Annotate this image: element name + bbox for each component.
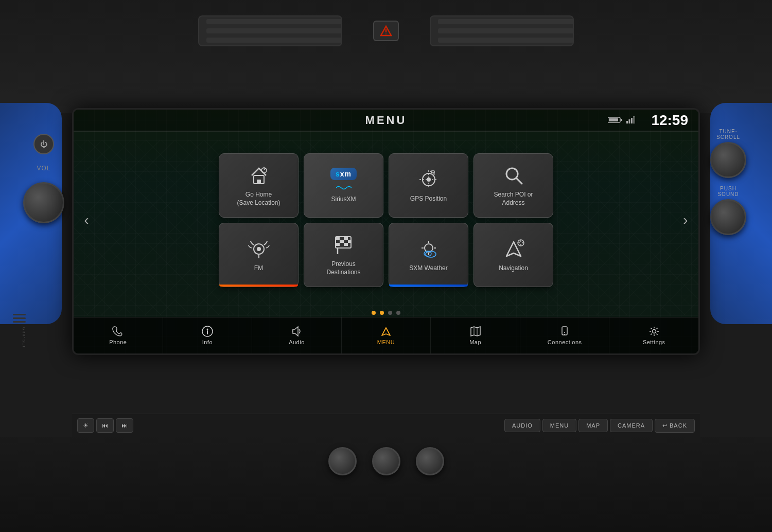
svg-rect-33 <box>336 243 340 246</box>
svg-rect-5 <box>621 119 622 121</box>
gear-knob-2[interactable] <box>372 447 400 475</box>
tile-fm-label: FM <box>252 264 266 273</box>
nav-map[interactable]: Map <box>431 317 520 353</box>
screen-bezel: MENU 12:59 ‹ <box>72 108 700 355</box>
tile-gps-label: GPS Position <box>408 195 449 203</box>
tile-prev-dest-label: PreviousDestinations <box>324 260 363 276</box>
svg-rect-34 <box>344 243 348 246</box>
nav-phone[interactable]: Phone <box>74 317 163 353</box>
tile-search-poi[interactable]: Search POI orAddress <box>473 153 553 218</box>
gps-icon <box>417 168 440 191</box>
page-dot-3[interactable] <box>388 311 392 315</box>
sxm-logo: sxm <box>330 168 357 180</box>
signal-icon <box>626 116 637 125</box>
tile-navigation-label: Navigation <box>496 264 531 273</box>
screen-title: MENU <box>84 114 688 127</box>
map-nav-icon <box>470 326 481 337</box>
bottom-nav-bar: Phone Info ♪ Audio <box>74 317 698 353</box>
svg-line-24 <box>516 178 522 184</box>
tune-scroll-area: TUNE· SCROLL <box>710 129 746 178</box>
status-icons <box>608 116 637 125</box>
svg-rect-29 <box>336 237 340 240</box>
main-grid-area: ‹ <box>74 132 698 309</box>
physical-button-bar: ☀ ⏮ ⏭ AUDIO MENU MAP CAMERA ↩ BACK <box>72 414 700 437</box>
nav-connections[interactable]: Connections <box>520 317 610 353</box>
nav-audio-label: Audio <box>289 339 305 345</box>
tile-siriusxm[interactable]: sxm SiriusXM <box>304 153 383 218</box>
grip-line <box>13 314 26 315</box>
vent-group <box>198 15 574 46</box>
svg-rect-55 <box>562 327 567 335</box>
gear-knob-3[interactable] <box>416 447 444 475</box>
prev-arrow[interactable]: ‹ <box>74 212 99 228</box>
nav-menu[interactable]: MENU <box>342 317 431 353</box>
svg-point-57 <box>564 332 565 333</box>
back-button[interactable]: ↩ BACK <box>655 419 695 433</box>
tiles-container: Go Home(Save Location) sxm SiriusXM <box>99 151 673 290</box>
grip-text: GRIP·SET <box>13 327 26 348</box>
search-icon <box>502 164 525 187</box>
tune-scroll-knob[interactable] <box>710 142 746 178</box>
vent-slat <box>206 38 342 43</box>
radio-icon <box>248 238 270 260</box>
vent-slat <box>206 19 342 24</box>
next-track-button[interactable]: ⏭ <box>116 418 133 433</box>
next-arrow[interactable]: › <box>673 212 698 228</box>
svg-rect-6 <box>626 121 628 123</box>
brightness-button[interactable]: ☀ <box>77 418 94 433</box>
gear-knob-1[interactable] <box>328 447 357 475</box>
tile-navigation[interactable]: Navigation <box>473 223 553 287</box>
nav-info-label: Info <box>202 339 213 345</box>
svg-rect-32 <box>348 240 351 243</box>
page-dot-1[interactable] <box>372 311 376 315</box>
sxm-waves-icon <box>336 184 352 191</box>
weather-icon <box>417 238 440 260</box>
home-icon <box>248 164 270 187</box>
menu-button[interactable]: MENU <box>542 419 576 432</box>
status-bar: MENU 12:59 <box>74 110 698 132</box>
map-button[interactable]: MAP <box>578 419 608 432</box>
info-nav-icon <box>202 326 213 337</box>
push-sound-area: PUSH SOUND <box>710 186 746 235</box>
back-label: BACK <box>670 422 687 429</box>
page-dot-4[interactable] <box>396 311 400 315</box>
svg-rect-20 <box>431 171 434 173</box>
page-dot-2[interactable] <box>380 311 384 315</box>
tile-sxm-weather[interactable]: SXM Weather <box>389 223 468 287</box>
battery-icon <box>608 116 622 125</box>
svg-rect-31 <box>340 240 344 243</box>
svg-rect-7 <box>629 119 630 123</box>
page-dots <box>74 309 698 317</box>
nav-phone-label: Phone <box>109 339 127 345</box>
checkered-flag-icon <box>332 234 355 256</box>
power-button[interactable]: ⏻ <box>33 134 54 154</box>
tile-fm[interactable]: FM <box>219 223 299 287</box>
grip-line <box>13 317 26 319</box>
vents-area <box>0 0 772 113</box>
nav-settings[interactable]: Settings <box>609 317 698 353</box>
tile-go-home[interactable]: Go Home(Save Location) <box>219 153 299 218</box>
vent-slat <box>438 38 574 43</box>
settings-nav-icon <box>648 326 660 337</box>
camera-button[interactable]: CAMERA <box>610 419 653 432</box>
push-sound-label: PUSH SOUND <box>717 186 739 197</box>
hazard-button[interactable] <box>373 21 399 41</box>
vent-left <box>198 15 342 46</box>
audio-button[interactable]: AUDIO <box>504 419 540 432</box>
tiles-row-1: Go Home(Save Location) sxm SiriusXM <box>99 153 673 218</box>
nav-info[interactable]: Info <box>163 317 253 353</box>
tile-siriusxm-label: SiriusXM <box>328 196 358 204</box>
prev-track-button[interactable]: ⏮ <box>96 418 114 433</box>
svg-line-22 <box>433 174 434 174</box>
clock-display: 12:59 <box>651 112 688 129</box>
push-sound-knob[interactable] <box>710 199 746 235</box>
volume-knob[interactable] <box>23 182 64 223</box>
nav-audio[interactable]: ♪ Audio <box>252 317 342 353</box>
grip-line <box>13 321 26 323</box>
tile-gps-position[interactable]: GPS Position <box>389 153 468 218</box>
car-interior: ⏻ VOL GRIP·SET TUNE· SCROLL PUSH SOUND M… <box>0 0 772 532</box>
tile-prev-destinations[interactable]: PreviousDestinations <box>304 223 383 287</box>
nav-menu-label: MENU <box>377 339 395 345</box>
vent-slat <box>438 28 574 33</box>
svg-rect-8 <box>631 118 633 123</box>
